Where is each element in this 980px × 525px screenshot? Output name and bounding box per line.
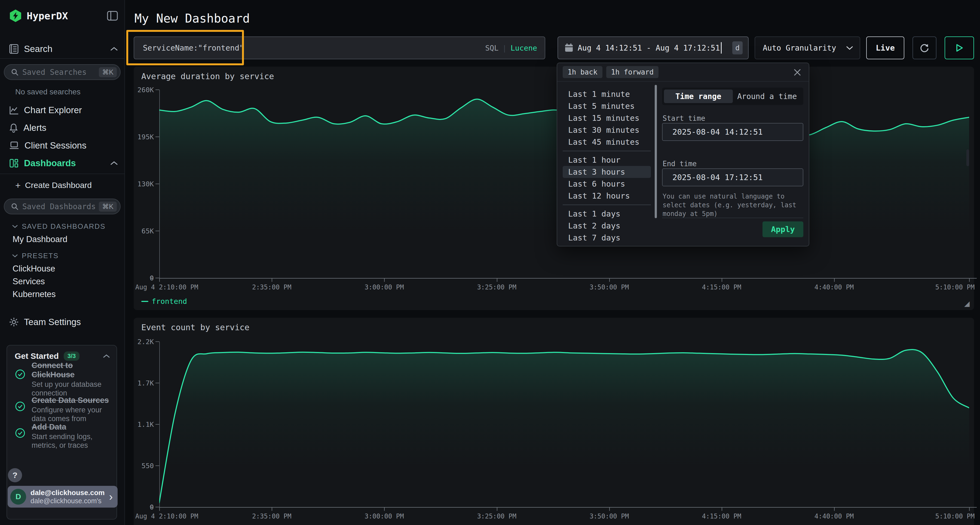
create-dashboard-button[interactable]: + Create Dashboard <box>0 178 125 192</box>
section-saved-dashboards[interactable]: SAVED DASHBOARDS <box>12 221 105 232</box>
sidebar-item-label: Chart Explorer <box>24 105 82 115</box>
preset-last-7-days[interactable]: Last 7 days <box>563 232 651 244</box>
close-button[interactable] <box>792 67 803 78</box>
shift-back-button[interactable]: 1h back <box>563 66 603 78</box>
chart-panel-avg-duration: Average duration by service 260K195K130K… <box>134 67 974 310</box>
granularity-select[interactable]: Auto Granularity <box>755 36 860 59</box>
x-tick-mark <box>497 278 497 282</box>
x-tick-mark <box>834 507 835 511</box>
y-tick-mark <box>156 465 159 466</box>
sidebar-item-label: Search <box>24 44 52 54</box>
preset-last-12-hours[interactable]: Last 12 hours <box>563 190 651 202</box>
x-tick-mark <box>497 507 497 511</box>
panel-scrollbar-thumb[interactable] <box>966 149 969 166</box>
task-title: Connect to ClickHouse <box>32 361 111 379</box>
sidebar-item-label: Client Sessions <box>24 140 86 151</box>
sidebar-item-services[interactable]: Services <box>13 277 45 286</box>
plus-icon: + <box>15 180 21 191</box>
task-add-data[interactable]: Add Data Start sending logs, metrics, or… <box>15 422 111 450</box>
chevron-down-icon <box>846 46 853 50</box>
tab-time-range[interactable]: Time range <box>664 89 733 103</box>
check-circle-icon <box>15 401 25 423</box>
x-tick-label: 5:10:00 PM <box>935 512 975 520</box>
sidebar-collapse-icon[interactable] <box>107 11 118 21</box>
end-time-label: End time <box>663 160 697 168</box>
x-tick-mark <box>159 507 160 511</box>
sidebar-item-my-dashboard[interactable]: My Dashboard <box>13 235 67 244</box>
section-title: PRESETS <box>22 252 59 260</box>
preset-last-14-days[interactable]: Last 14 days <box>563 244 651 246</box>
app-logo-text: HyperDX <box>27 10 68 22</box>
y-tick-mark <box>156 278 159 278</box>
sidebar-item-team-settings[interactable]: Team Settings <box>0 314 125 330</box>
x-tick-mark <box>272 278 272 282</box>
live-button[interactable]: Live <box>866 36 904 59</box>
lucene-toggle[interactable]: Lucene <box>511 44 537 52</box>
preset-last-15-minutes[interactable]: Last 15 minutes <box>563 112 651 124</box>
chevron-up-icon[interactable] <box>103 354 110 358</box>
chart-plot-area[interactable]: 2.2K1.7K1.1K5500Aug 4 2:10:00 PM2:35:00 … <box>159 342 969 507</box>
resize-handle-icon[interactable]: ◢ <box>964 300 970 308</box>
task-create-data-sources[interactable]: Create Data Sources Configure where your… <box>15 395 111 423</box>
sidebar-item-alerts[interactable]: Alerts <box>0 120 125 135</box>
get-started-title: Get Started <box>15 351 59 361</box>
chart-title: Average duration by service <box>141 71 274 81</box>
shift-forward-button[interactable]: 1h forward <box>606 66 659 78</box>
y-tick-label: 195K <box>137 133 154 141</box>
task-title: Create Data Sources <box>32 395 111 405</box>
preset-last-45-minutes[interactable]: Last 45 minutes <box>563 136 651 148</box>
preset-last-1-days[interactable]: Last 1 days <box>563 208 651 220</box>
y-tick-label: 260K <box>137 86 154 94</box>
chart-title: Event count by service <box>141 323 249 332</box>
x-tick-label: 3:25:00 PM <box>477 512 516 520</box>
tab-around-a-time[interactable]: Around a time <box>733 89 802 103</box>
preset-last-5-minutes[interactable]: Last 5 minutes <box>563 100 651 112</box>
sidebar-item-search[interactable]: Search <box>0 41 125 57</box>
saved-searches-input[interactable]: Saved Searches ⌘K <box>4 64 121 80</box>
x-tick-label: 3:25:00 PM <box>477 284 516 291</box>
run-query-button[interactable] <box>945 36 974 59</box>
chart-panel-event-count: Event count by service 2.2K1.7K1.1K5500A… <box>134 318 974 525</box>
time-range-value: Aug 4 14:12:51 - Aug 4 17:12:51 <box>578 43 720 52</box>
sql-toggle[interactable]: SQL <box>485 44 498 52</box>
x-tick-label: 3:50:00 PM <box>590 284 629 291</box>
help-button[interactable]: ? <box>8 468 22 482</box>
task-connect-clickhouse[interactable]: Connect to ClickHouse Set up your databa… <box>15 361 111 398</box>
dashboard-filter-input[interactable]: ServiceName:"frontend" SQL | Lucene <box>134 36 545 59</box>
start-time-input[interactable]: 2025-08-04 14:12:51 <box>662 123 803 141</box>
preset-last-6-hours[interactable]: Last 6 hours <box>563 178 651 190</box>
x-tick-mark <box>384 278 385 282</box>
saved-dashboards-input[interactable]: Saved Dashboards ⌘K <box>4 198 121 214</box>
sidebar-item-kubernetes[interactable]: Kubernetes <box>13 289 56 299</box>
play-icon <box>955 43 963 52</box>
saved-dashboards-placeholder: Saved Dashboards <box>22 202 99 211</box>
sidebar-item-dashboards[interactable]: Dashboards <box>0 155 125 171</box>
preset-last-1-hour[interactable]: Last 1 hour <box>563 154 651 166</box>
refresh-button[interactable] <box>913 36 937 59</box>
preset-divider <box>563 151 651 151</box>
end-time-input[interactable]: 2025-08-04 17:12:51 <box>662 168 803 186</box>
popover-scrollbar-thumb[interactable] <box>655 85 657 218</box>
sidebar-item-label: Alerts <box>24 123 46 133</box>
task-desc: Configure where your data comes from <box>32 406 111 423</box>
preset-last-1-minute[interactable]: Last 1 minute <box>563 88 651 100</box>
sidebar-item-client-sessions[interactable]: Client Sessions <box>0 138 125 153</box>
x-tick-mark <box>609 278 610 282</box>
language-separator: | <box>502 44 507 52</box>
calendar-icon <box>565 43 573 52</box>
time-range-input[interactable]: Aug 4 14:12:51 - Aug 4 17:12:51 d <box>557 36 749 59</box>
section-presets[interactable]: PRESETS <box>12 250 59 261</box>
preset-last-3-hours[interactable]: Last 3 hours <box>563 166 651 178</box>
preset-last-2-days[interactable]: Last 2 days <box>563 220 651 232</box>
journal-icon <box>9 44 19 54</box>
sidebar-item-clickhouse[interactable]: ClickHouse <box>13 264 55 274</box>
task-desc: Set up your database connection <box>32 380 111 397</box>
apply-button[interactable]: Apply <box>762 221 803 237</box>
chart-legend[interactable]: frontend <box>141 297 187 306</box>
text-cursor <box>721 42 722 54</box>
chevron-right-icon: › <box>109 491 113 502</box>
preset-last-30-minutes[interactable]: Last 30 minutes <box>563 124 651 136</box>
preset-list: Last 1 minuteLast 5 minutesLast 15 minut… <box>557 82 655 246</box>
user-menu[interactable]: D dale@clickhouse.com dale@clickhouse.co… <box>8 486 118 508</box>
sidebar-item-chart-explorer[interactable]: Chart Explorer <box>0 103 125 118</box>
